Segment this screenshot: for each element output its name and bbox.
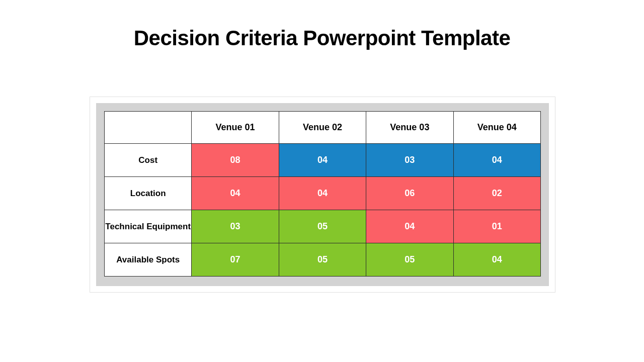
cell: 04 [366, 210, 453, 243]
row-label-available-spots: Available Spots [105, 243, 192, 277]
cell: 02 [453, 177, 540, 210]
col-header-venue-03: Venue 03 [366, 112, 453, 144]
header-row: Venue 01 Venue 02 Venue 03 Venue 04 [105, 112, 541, 144]
table-row: Available Spots 07 05 05 04 [105, 243, 541, 277]
cell: 01 [453, 210, 540, 243]
row-label-location: Location [105, 177, 192, 210]
row-label-technical-equipment: Technical Equipment [105, 210, 192, 243]
cell: 05 [279, 210, 366, 243]
col-header-venue-04: Venue 04 [453, 112, 540, 144]
cell: 04 [192, 177, 279, 210]
cell: 08 [192, 144, 279, 177]
cell: 05 [279, 243, 366, 277]
cell: 05 [366, 243, 453, 277]
cell: 03 [192, 210, 279, 243]
cell: 03 [366, 144, 453, 177]
cell: 04 [453, 144, 540, 177]
table-inner: Venue 01 Venue 02 Venue 03 Venue 04 Cost… [96, 103, 549, 286]
cell: 07 [192, 243, 279, 277]
row-label-cost: Cost [105, 144, 192, 177]
cell: 06 [366, 177, 453, 210]
cell: 04 [279, 177, 366, 210]
cell: 04 [453, 243, 540, 277]
table-panel: Venue 01 Venue 02 Venue 03 Venue 04 Cost… [90, 97, 555, 293]
header-corner [105, 112, 192, 144]
table-row: Technical Equipment 03 05 04 01 [105, 210, 541, 243]
cell: 04 [279, 144, 366, 177]
table-row: Cost 08 04 03 04 [105, 144, 541, 177]
col-header-venue-02: Venue 02 [279, 112, 366, 144]
col-header-venue-01: Venue 01 [192, 112, 279, 144]
decision-table: Venue 01 Venue 02 Venue 03 Venue 04 Cost… [104, 111, 541, 277]
page-title: Decision Criteria Powerpoint Template [0, 0, 644, 50]
slide: Decision Criteria Powerpoint Template Ve… [0, 0, 644, 362]
table-row: Location 04 04 06 02 [105, 177, 541, 210]
